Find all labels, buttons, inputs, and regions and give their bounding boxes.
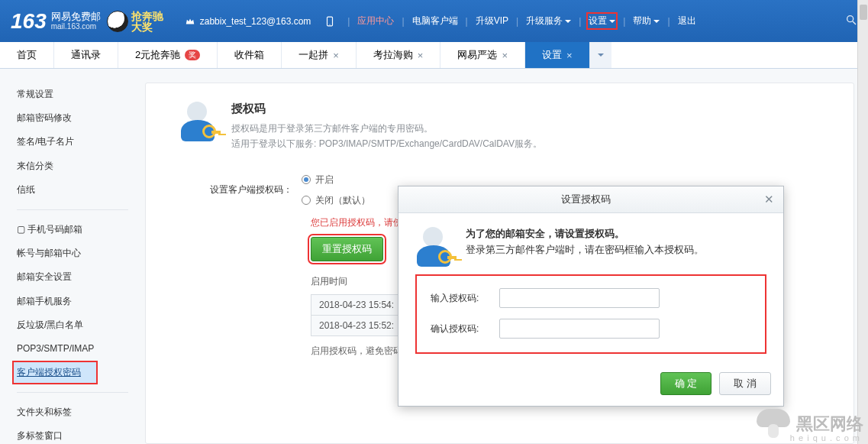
label-enter-authcode: 输入授权码: [431,292,499,305]
radio-icon [302,196,311,205]
nav-settings[interactable]: 设置 [589,15,615,28]
input-authcode[interactable] [499,288,660,308]
tab-lottery[interactable]: 2元抢奔驰奖 [118,42,218,68]
sidebar-item-signature[interactable]: 签名/电子名片 [0,130,145,154]
input-authcode-confirm[interactable] [499,319,660,339]
close-icon[interactable]: × [566,50,573,61]
brand-163[interactable]: 163 [11,9,47,34]
dialog-close-icon[interactable]: ✕ [764,193,774,206]
sidebar-item-letterpaper[interactable]: 信纸 [0,178,145,202]
dialog-hero: 为了您的邮箱安全，请设置授权码。 登录第三方邮件客户端时，请在密码框输入本授权码… [415,227,766,267]
promo-banner[interactable]: 抢奔驰 大奖 [107,11,163,32]
site-name: 网易免费邮 mail.163.com [51,11,101,31]
scrollbar-thumb[interactable] [860,5,867,20]
caret-down-icon [598,53,604,60]
tab-contacts[interactable]: 通讯录 [54,42,118,68]
site-name-en: mail.163.com [51,22,101,31]
sidebar-item-general[interactable]: 常规设置 [0,83,145,106]
svg-point-2 [847,16,853,22]
sidebar-item-security[interactable]: 邮箱安全设置 [0,265,145,289]
nav-upgrade-vip[interactable]: 升级VIP [476,15,508,28]
watermark-url: h e i q u . c o m [790,433,860,442]
tab-overflow[interactable] [590,42,611,68]
search-icon [845,14,857,26]
nav-help[interactable]: 帮助 [633,15,660,28]
nav-upgrade-service[interactable]: 升级服务 [526,15,571,28]
sidebar-item-incoming[interactable]: 来信分类 [0,154,145,178]
hero-desc1: 授权码是用于登录第三方邮件客户端的专用密码。 [231,121,542,136]
dialog-body: 为了您的邮箱安全，请设置授权码。 登录第三方邮件客户端时，请在密码框输入本授权码… [399,213,783,365]
prize-badge: 奖 [185,50,200,60]
tab-settings[interactable]: 设置× [525,42,590,68]
close-icon[interactable]: × [418,50,424,61]
hero-desc2: 适用于登录以下服务: POP3/IMAP/SMTP/Exchange/CardD… [231,136,542,151]
hero: 授权码 授权码是用于登录第三方邮件客户端的专用密码。 适用于登录以下服务: PO… [164,102,835,152]
promo-text: 抢奔驰 大奖 [131,11,163,32]
nav-app-center[interactable]: 应用中心 [357,15,394,28]
tab-kaola[interactable]: 考拉海购× [357,42,441,68]
sidebar-divider [17,392,128,393]
vertical-scrollbar[interactable] [857,0,868,444]
soccer-ball-icon [107,11,128,32]
caret-down-icon [653,20,660,26]
radio-group-authcode: 开启 关闭（默认） [302,173,370,207]
close-icon[interactable]: × [502,50,508,61]
top-nav: | 应用中心 | 电脑客户端 | 升级VIP | 升级服务 | 设置 | 帮助 … [347,15,695,28]
page-title: 授权码 [231,102,542,116]
nav-logout[interactable]: 退出 [678,15,696,28]
dialog-heading2: 登录第三方邮件客户端时，请在密码框输入本授权码。 [466,244,704,257]
tab-inbox[interactable]: 收件箱 [218,42,282,68]
settings-sidebar: 常规设置 邮箱密码修改 签名/电子名片 来信分类 信纸 ▢ 手机号码邮箱 帐号与… [0,69,145,444]
tab-yanxuan[interactable]: 网易严选× [440,42,525,68]
sidebar-item-folders[interactable]: 文件夹和标签 [0,400,145,424]
sidebar-item-spam[interactable]: 反垃圾/黑白名单 [0,313,145,337]
sidebar-item-pop3[interactable]: POP3/SMTP/IMAP [0,337,145,361]
label-confirm-authcode: 确认授权码: [431,322,499,335]
sidebar-item-mobile-svc[interactable]: 邮箱手机服务 [0,290,145,313]
dialog-ok-button[interactable]: 确 定 [660,372,712,395]
account-dropdown[interactable]: zabbix_test_123@163.com [185,16,336,27]
sidebar-item-mobile-alias[interactable]: ▢ 手机号码邮箱 [0,218,145,241]
crown-icon [185,16,195,27]
close-icon[interactable]: × [333,50,339,61]
mobile-icon [324,16,335,27]
sidebar-item-auth-code[interactable]: 客户端授权密码 [12,361,98,384]
hero-text: 授权码 授权码是用于登录第三方邮件客户端的专用密码。 适用于登录以下服务: PO… [231,102,542,152]
sidebar-item-password[interactable]: 邮箱密码修改 [0,106,145,130]
watermark-text: 黑区网络 [796,413,863,436]
svg-line-3 [853,21,856,24]
dialog-footer: 确 定 取 消 [399,365,783,406]
radio-icon [302,175,311,184]
avatar-key-icon [415,227,455,267]
sidebar-divider [17,209,128,210]
dialog-cancel-button[interactable]: 取 消 [719,372,771,395]
caret-down-icon [565,20,571,26]
caret-down-icon [609,20,615,26]
app-header: 163 网易免费邮 mail.163.com 抢奔驰 大奖 zabbix_tes… [0,0,868,42]
search-button[interactable] [845,14,857,28]
tab-yiqipin[interactable]: 一起拼× [282,42,357,68]
sidebar-item-multitab[interactable]: 多标签窗口 [0,424,145,444]
sidebar-item-account[interactable]: 帐号与邮箱中心 [0,241,145,265]
dialog-heading1: 为了您的邮箱安全，请设置授权码。 [466,227,704,241]
watermark: 黑区网络 h e i q u . c o m [757,407,863,441]
tab-bar: 首页 通讯录 2元抢奔驰奖 收件箱 一起拼× 考拉海购× 网易严选× 设置× [0,42,868,69]
form-label-set: 设置客户端授权码： [210,183,302,196]
set-authcode-dialog: 设置授权码 ✕ 为了您的邮箱安全，请设置授权码。 登录第三方邮件客户端时，请在密… [398,186,784,407]
account-email: zabbix_test_123@163.com [200,16,311,27]
tab-home[interactable]: 首页 [0,42,54,68]
dialog-hero-text: 为了您的邮箱安全，请设置授权码。 登录第三方邮件客户端时，请在密码框输入本授权码… [466,227,704,267]
reset-authcode-button[interactable]: 重置授权码 [311,237,383,261]
nav-desktop-client[interactable]: 电脑客户端 [412,15,458,28]
radio-off[interactable]: 关闭（默认） [302,194,370,207]
radio-on[interactable]: 开启 [302,173,370,186]
dialog-header: 设置授权码 ✕ [399,186,783,213]
avatar-key-icon [179,102,219,141]
mushroom-icon [757,407,790,441]
svg-point-1 [330,24,331,24]
site-name-cn: 网易免费邮 [51,11,101,22]
dialog-title: 设置授权码 [408,193,764,206]
dialog-fieldset: 输入授权码: 确认授权码: [415,274,766,354]
